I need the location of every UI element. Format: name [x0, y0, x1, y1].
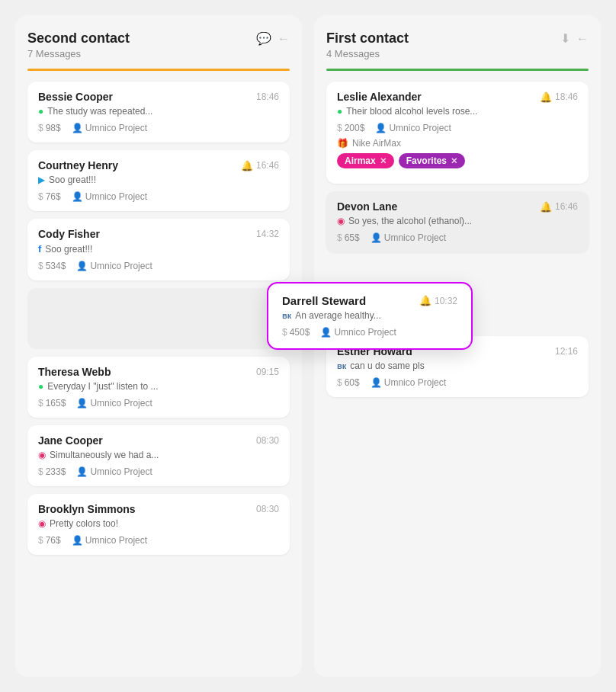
contact-name: Bessie Cooper: [38, 91, 113, 103]
left-column-divider: [27, 69, 290, 71]
dollar-icon: $: [337, 377, 342, 388]
right-column-subtitle: 4 Messages: [326, 48, 589, 59]
left-arrow-icon[interactable]: ←: [278, 32, 290, 46]
right-download-icon[interactable]: ⬇: [560, 31, 570, 46]
left-chat-icon[interactable]: 💬: [256, 31, 271, 46]
card-message: вк An average healthy...: [282, 310, 457, 321]
card-footer: $ 534$ 👤 Umnico Project: [38, 261, 279, 271]
card-footer: $ 233$ 👤 Umnico Project: [38, 466, 279, 477]
contact-name: Cody Fisher: [38, 228, 100, 240]
bell-icon: 🔔: [241, 160, 253, 171]
card-top: Darrell Steward 🔔 10:32: [282, 294, 457, 307]
card-footer: $ 76$ 👤 Umnico Project: [38, 191, 279, 202]
user-icon: 👤: [76, 398, 88, 408]
user-icon: 👤: [375, 123, 387, 133]
card-amount: $ 65$: [337, 232, 360, 243]
floating-card-darrell[interactable]: Darrell Steward 🔔 10:32 вк An average he…: [267, 282, 473, 350]
contact-name: Leslie Alexander: [337, 91, 422, 103]
dollar-icon: $: [38, 535, 43, 546]
right-contact-devon[interactable]: Devon Lane 🔔 16:46 ◉ So yes, the alcohol…: [326, 191, 589, 252]
contact-time: 08:30: [256, 504, 279, 514]
tag-airmax-close[interactable]: ✕: [380, 156, 387, 166]
card-message: ● Their blood alcohol levels rose...: [337, 106, 578, 117]
instagram-icon: ◉: [38, 450, 46, 460]
dollar-icon: $: [282, 327, 287, 338]
left-contact-brooklyn[interactable]: Brooklyn Simmons 08:30 ◉ Pretty colors t…: [27, 494, 290, 555]
card-message: ◉ Pretty colors too!: [38, 518, 279, 529]
card-amount: $ 60$: [337, 377, 360, 388]
left-contact-jane[interactable]: Jane Cooper 08:30 ◉ Simultaneously we ha…: [27, 425, 290, 486]
user-icon: 👤: [72, 191, 83, 202]
right-column-title: First contact: [326, 30, 409, 46]
card-message: ◉ So yes, the alcohol (ethanol)...: [337, 216, 578, 226]
card-message: ▶ Soo great!!!: [38, 175, 279, 185]
card-project: 👤 Umnico Project: [76, 398, 152, 408]
user-icon: 👤: [371, 377, 382, 388]
message-text: Soo great!!!: [49, 175, 96, 185]
message-text: So yes, the alcohol (ethanol)...: [348, 216, 472, 226]
left-contact-theresa[interactable]: Theresa Webb 09:15 ● Everyday I "just" l…: [27, 357, 290, 418]
left-column-title-row: Second contact 💬 ←: [27, 30, 290, 46]
dollar-icon: $: [337, 232, 342, 243]
left-column-title: Second contact: [27, 30, 130, 46]
contact-time: 09:15: [256, 367, 279, 377]
card-footer: $ 98$ 👤 Umnico Project: [38, 123, 279, 133]
user-icon: 👤: [76, 466, 88, 477]
message-text: Simultaneously we had a...: [50, 450, 159, 460]
right-arrow-icon[interactable]: ←: [576, 32, 589, 46]
card-top: Bessie Cooper 18:46: [38, 91, 279, 103]
left-contact-bessie[interactable]: Bessie Cooper 18:46 ● The study was repe…: [27, 82, 290, 143]
tag-favorites-close[interactable]: ✕: [451, 156, 457, 166]
right-contact-leslie[interactable]: Leslie Alexander 🔔 18:46 ● Their blood a…: [326, 82, 589, 184]
card-project: 👤 Umnico Project: [76, 261, 152, 271]
card-amount: $ 200$: [337, 123, 364, 133]
card-message: ● Everyday I "just" listen to ...: [38, 381, 279, 392]
left-contact-cody[interactable]: Cody Fisher 14:32 f Soo great!!! $ 534$ …: [27, 219, 290, 280]
dollar-icon: $: [38, 261, 43, 271]
card-amount: $ 76$: [38, 535, 61, 546]
gift-icon: 🎁: [337, 138, 348, 149]
card-footer: $ 450$ 👤 Umnico Project: [282, 327, 457, 338]
left-column-subtitle: 7 Messages: [27, 48, 290, 59]
card-top: Brooklyn Simmons 08:30: [38, 503, 279, 515]
contact-time: 🔔 16:46: [540, 201, 578, 213]
dollar-icon: $: [38, 191, 43, 202]
contact-name: Courtney Henry: [38, 159, 118, 171]
bell-icon: 🔔: [419, 295, 432, 306]
card-footer: $ 200$ 👤 Umnico Project: [337, 123, 578, 133]
right-column-icons: ⬇ ←: [560, 31, 589, 46]
contact-time: 14:32: [256, 229, 279, 239]
contact-time: 12:16: [555, 346, 578, 357]
card-message: f Soo great!!!: [38, 243, 279, 255]
instagram-icon: ◉: [38, 518, 46, 529]
card-project: 👤 Umnico Project: [371, 232, 446, 243]
card-project: 👤 Umnico Project: [320, 327, 396, 338]
message-text: The study was repeated...: [47, 106, 152, 117]
card-top: Courtney Henry 🔔 16:46: [38, 159, 279, 171]
floating-card-time: 10:32: [435, 296, 457, 306]
whatsapp-icon: ●: [38, 381, 43, 392]
card-project: 👤 Umnico Project: [76, 466, 152, 477]
contact-name: Theresa Webb: [38, 366, 111, 378]
card-top: Devon Lane 🔔 16:46: [337, 200, 578, 213]
dollar-icon: $: [38, 398, 43, 408]
instagram-icon: ◉: [337, 216, 345, 226]
ghost-card-placeholder: [27, 288, 290, 349]
card-amount: $ 165$: [38, 398, 66, 408]
tag-favorites[interactable]: Favorites ✕: [399, 153, 465, 168]
card-footer: $ 76$ 👤 Umnico Project: [38, 535, 279, 546]
left-contact-courtney[interactable]: Courtney Henry 🔔 16:46 ▶ Soo great!!! $ …: [27, 150, 290, 211]
contact-time: 08:30: [256, 435, 279, 446]
card-top: Jane Cooper 08:30: [38, 434, 279, 447]
user-icon: 👤: [72, 123, 83, 133]
user-icon: 👤: [371, 232, 382, 243]
vk-icon: вк: [282, 311, 291, 320]
right-column-header: First contact ⬇ ← 4 Messages: [326, 30, 589, 59]
card-footer: $ 60$ 👤 Umnico Project: [337, 377, 578, 388]
card-amount: $ 450$: [282, 327, 310, 338]
whatsapp-icon: ●: [38, 106, 43, 117]
dollar-icon: $: [38, 466, 43, 477]
floating-card-project: Umnico Project: [334, 327, 396, 338]
message-text: Soo great!!!: [45, 244, 92, 255]
tag-airmax[interactable]: Airmax ✕: [337, 153, 394, 168]
